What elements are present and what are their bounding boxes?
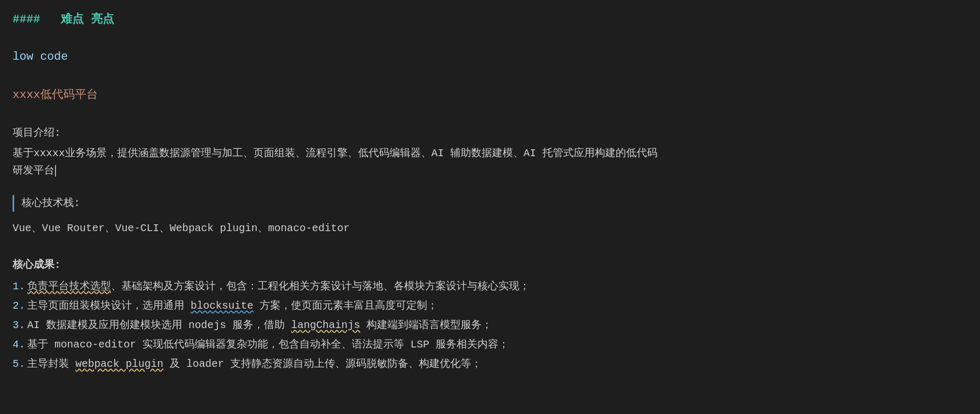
hash-symbol: ####	[13, 13, 40, 26]
list-num-4: 4.	[13, 336, 25, 353]
results-label: 核心成果:	[13, 257, 967, 274]
tech-stack-section: 核心技术栈:	[13, 195, 967, 212]
list-item-1: 1. 负责平台技术选型、基础架构及方案设计，包含：工程化相关方案设计与落地、各模…	[13, 278, 967, 295]
heading-title: 难点 亮点	[61, 13, 114, 26]
list-text-2: 主导页面组装模块设计，选用通用 blocksuite 方案，使页面元素丰富且高度…	[27, 297, 438, 314]
list-num-3: 3.	[13, 317, 25, 334]
text-cursor	[55, 165, 56, 177]
low-code-text: low code	[13, 48, 967, 66]
project-description: 基于xxxxx业务场景，提供涵盖数据源管理与加工、页面组装、流程引擎、低代码编辑…	[13, 145, 967, 179]
tech-stack-text: Vue、Vue Router、Vue-CLI、Webpack plugin、mo…	[13, 220, 967, 237]
list-item-2: 2. 主导页面组装模块设计，选用通用 blocksuite 方案，使页面元素丰富…	[13, 297, 967, 314]
list-text-3: AI 数据建模及应用创建模块选用 nodejs 服务，借助 langChainj…	[27, 317, 492, 334]
list-item-5: 5. 主导封装 webpack plugin 及 loader 支持静态资源自动…	[13, 355, 967, 373]
project-intro-label: 项目介绍:	[13, 125, 967, 141]
main-content: #### 难点 亮点 low code xxxx低代码平台 项目介绍: 基于xx…	[13, 10, 967, 373]
list-text-1: 负责平台技术选型、基础架构及方案设计，包含：工程化相关方案设计与落地、各模块方案…	[27, 278, 530, 295]
list-num-2: 2.	[13, 297, 25, 314]
heading-line: #### 难点 亮点	[13, 10, 967, 29]
project-desc-line1: 基于xxxxx业务场景，提供涵盖数据源管理与加工、页面组装、流程引擎、低代码编辑…	[13, 147, 658, 159]
platform-name: xxxx低代码平台	[13, 86, 967, 104]
project-desc-line2: 研发平台	[13, 165, 54, 177]
heading-space	[47, 13, 54, 26]
list-text-4: 基于 monaco-editor 实现低代码编辑器复杂功能，包含自动补全、语法提…	[27, 336, 509, 353]
list-item-4: 4. 基于 monaco-editor 实现低代码编辑器复杂功能，包含自动补全、…	[13, 336, 967, 353]
tech-stack-label: 核心技术栈:	[21, 195, 967, 212]
list-num-5: 5.	[13, 355, 25, 373]
list-item-3: 3. AI 数据建模及应用创建模块选用 nodejs 服务，借助 langCha…	[13, 317, 967, 334]
list-num-1: 1.	[13, 278, 25, 295]
list-text-5: 主导封装 webpack plugin 及 loader 支持静态资源自动上传、…	[27, 355, 482, 373]
